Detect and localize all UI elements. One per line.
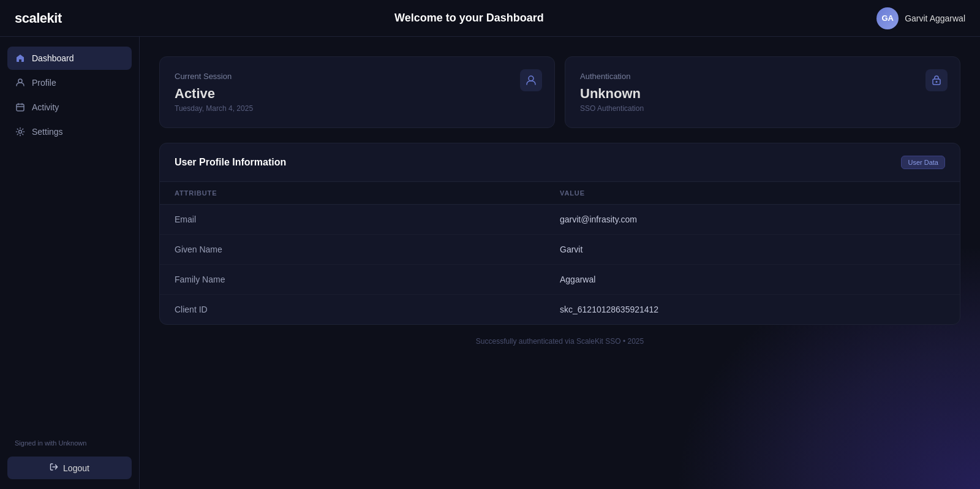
logout-button[interactable]: Logout: [7, 457, 132, 479]
session-card: Current Session Active Tuesday, March 4,…: [159, 56, 555, 128]
attribute-value: skc_61210128635921412: [560, 305, 945, 314]
layout: Dashboard Profile Activity: [0, 37, 980, 489]
person-icon: [15, 77, 26, 88]
user-info[interactable]: GA Garvit Aggarwal: [876, 7, 965, 29]
sidebar: Dashboard Profile Activity: [0, 37, 140, 489]
home-icon: [15, 53, 26, 64]
table-row: Email garvit@infrasity.com: [160, 205, 960, 235]
footer-text: Successfully authenticated via ScaleKit …: [476, 337, 644, 346]
auth-card-icon: [925, 69, 948, 91]
footer: Successfully authenticated via ScaleKit …: [159, 325, 960, 358]
user-data-badge: User Data: [901, 156, 945, 169]
user-name: Garvit Aggarwal: [905, 13, 965, 23]
auth-status: Unknown: [580, 86, 945, 102]
sidebar-item-profile[interactable]: Profile: [7, 71, 132, 94]
session-date: Tuesday, March 4, 2025: [175, 104, 540, 113]
svg-point-3: [529, 76, 533, 81]
table-header: ATTRIBUTE VALUE: [160, 182, 960, 205]
attribute-name: Family Name: [175, 275, 560, 284]
profile-title: User Profile Information: [175, 157, 286, 168]
profile-table-body: Email garvit@infrasity.com Given Name Ga…: [160, 205, 960, 324]
session-card-label: Current Session: [175, 72, 540, 81]
svg-point-0: [18, 79, 22, 83]
page-title: Welcome to your Dashboard: [394, 12, 544, 25]
profile-header: User Profile Information User Data: [160, 143, 960, 182]
calendar-icon: [15, 102, 26, 113]
logo: scalekit: [15, 10, 62, 26]
auth-sub: SSO Authentication: [580, 104, 945, 113]
cards-row: Current Session Active Tuesday, March 4,…: [159, 56, 960, 128]
sidebar-item-label-settings: Settings: [32, 127, 63, 137]
sidebar-item-label-profile: Profile: [32, 78, 56, 88]
sidebar-item-label-activity: Activity: [32, 102, 59, 112]
header: scalekit Welcome to your Dashboard GA Ga…: [0, 0, 980, 37]
attribute-name: Given Name: [175, 245, 560, 254]
svg-point-2: [19, 131, 22, 134]
attribute-value: Aggarwal: [560, 275, 945, 284]
content-area: Current Session Active Tuesday, March 4,…: [159, 56, 960, 358]
logout-icon: [50, 463, 58, 473]
sidebar-item-label-dashboard: Dashboard: [32, 53, 74, 63]
logout-label: Logout: [63, 463, 89, 473]
col-attribute-header: ATTRIBUTE: [175, 189, 560, 197]
main-content: Current Session Active Tuesday, March 4,…: [140, 37, 980, 489]
auth-card: Authentication Unknown SSO Authenticatio…: [565, 56, 960, 128]
profile-section: User Profile Information User Data ATTRI…: [159, 143, 960, 325]
table-row: Family Name Aggarwal: [160, 265, 960, 295]
attribute-name: Client ID: [175, 305, 560, 314]
session-card-icon: [520, 69, 542, 91]
sidebar-item-activity[interactable]: Activity: [7, 96, 132, 119]
gear-icon: [15, 126, 26, 137]
sidebar-bottom: Signed in with Unknown Logout: [7, 434, 132, 479]
col-value-header: VALUE: [560, 189, 945, 197]
session-status: Active: [175, 86, 540, 102]
table-row: Client ID skc_61210128635921412: [160, 295, 960, 324]
table-row: Given Name Garvit: [160, 235, 960, 265]
avatar: GA: [876, 7, 899, 29]
signed-in-text: Signed in with Unknown: [7, 434, 132, 452]
attribute-value: Garvit: [560, 245, 945, 254]
auth-card-label: Authentication: [580, 72, 945, 81]
sidebar-item-settings[interactable]: Settings: [7, 120, 132, 143]
svg-point-5: [936, 81, 938, 83]
sidebar-item-dashboard[interactable]: Dashboard: [7, 47, 132, 70]
svg-rect-1: [17, 104, 24, 111]
attribute-name: Email: [175, 214, 560, 224]
attribute-value: garvit@infrasity.com: [560, 214, 945, 224]
